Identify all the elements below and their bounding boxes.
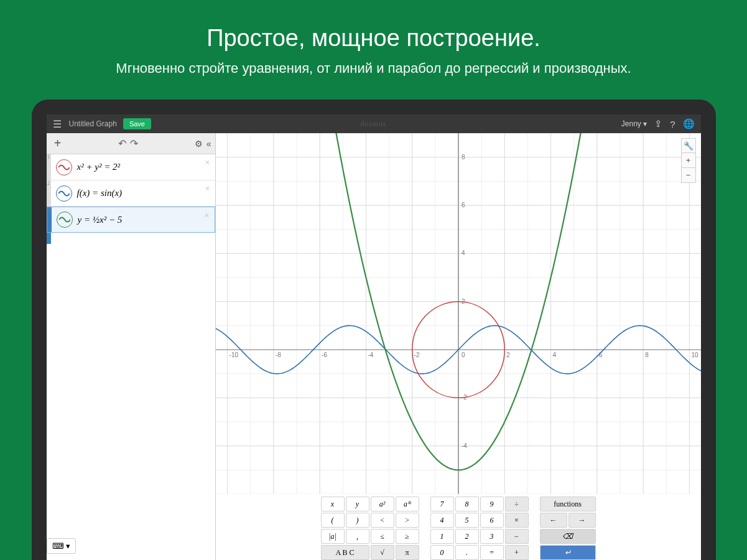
key-<[interactable]: < bbox=[371, 513, 394, 528]
key-←[interactable]: ← bbox=[540, 513, 567, 528]
key-A B C[interactable]: A B C bbox=[321, 545, 369, 560]
key-√[interactable]: √ bbox=[371, 545, 394, 560]
brand-label: desmos bbox=[361, 119, 387, 129]
expression-row[interactable]: 2f(x) = sin(x)× bbox=[47, 180, 215, 207]
key-2[interactable]: 2 bbox=[455, 529, 479, 544]
add-expression-button[interactable]: + bbox=[50, 136, 65, 151]
key-≥[interactable]: ≥ bbox=[396, 529, 419, 544]
svg-text:-4: -4 bbox=[368, 352, 373, 358]
svg-text:-4: -4 bbox=[462, 442, 467, 449]
next-expression-tab[interactable] bbox=[47, 233, 51, 244]
delete-expression-icon[interactable]: × bbox=[205, 184, 210, 194]
key-1[interactable]: 1 bbox=[430, 529, 454, 544]
key-→[interactable]: → bbox=[568, 513, 596, 528]
expression-color-icon[interactable] bbox=[56, 185, 72, 202]
promo-subtitle: Мгновенно стройте уравнения, от линий и … bbox=[0, 60, 747, 77]
key-9[interactable]: 9 bbox=[480, 497, 504, 511]
key-aᵇ[interactable]: aᵇ bbox=[396, 497, 419, 511]
svg-text:-8: -8 bbox=[275, 352, 281, 358]
key-a²[interactable]: a² bbox=[371, 497, 394, 511]
settings-icon[interactable]: ⚙ bbox=[195, 139, 203, 149]
menu-icon[interactable]: ☰ bbox=[53, 118, 62, 130]
expression-index: 3 bbox=[47, 207, 52, 232]
key-8[interactable]: 8 bbox=[455, 497, 479, 511]
collapse-icon[interactable]: « bbox=[206, 139, 211, 149]
key-y[interactable]: y bbox=[346, 497, 369, 511]
svg-text:-10: -10 bbox=[229, 352, 238, 358]
key-|a|[interactable]: |a| bbox=[321, 529, 345, 544]
key-.[interactable]: . bbox=[455, 545, 479, 560]
expression-text[interactable]: x² + y² = 2² bbox=[77, 162, 121, 172]
key-)[interactable]: ) bbox=[346, 513, 369, 528]
delete-expression-icon[interactable]: × bbox=[205, 211, 210, 221]
promo-title: Простое, мощное построение. bbox=[0, 25, 747, 52]
keypad: xya²aᵇ()<>|a|,≤≥A B C√π 789÷456×123−0.=+… bbox=[316, 493, 601, 560]
svg-text:4: 4 bbox=[462, 250, 465, 256]
svg-text:8: 8 bbox=[462, 154, 465, 161]
key-↵[interactable]: ↵ bbox=[540, 545, 596, 560]
key-4[interactable]: 4 bbox=[430, 513, 454, 528]
expression-text[interactable]: f(x) = sin(x) bbox=[77, 188, 123, 198]
key-,[interactable]: , bbox=[346, 529, 369, 544]
undo-button[interactable]: ↶ bbox=[118, 138, 126, 149]
key-÷[interactable]: ÷ bbox=[505, 497, 529, 511]
svg-text:-6: -6 bbox=[322, 352, 327, 358]
key-3[interactable]: 3 bbox=[480, 529, 504, 544]
redo-button[interactable]: ↷ bbox=[130, 138, 138, 149]
world-icon[interactable]: 🌐 bbox=[683, 118, 695, 129]
key-×[interactable]: × bbox=[505, 513, 529, 528]
svg-text:6: 6 bbox=[462, 202, 465, 208]
key-5[interactable]: 5 bbox=[455, 513, 479, 528]
expression-text[interactable]: y = ½x² − 5 bbox=[78, 215, 123, 225]
expression-color-icon[interactable] bbox=[57, 212, 73, 228]
save-button[interactable]: Save bbox=[123, 118, 151, 129]
key-=[interactable]: = bbox=[480, 545, 504, 560]
svg-text:2: 2 bbox=[506, 352, 510, 358]
key-⌫[interactable]: ⌫ bbox=[540, 529, 596, 544]
graph-area[interactable]: -10-8-6-4-2246810-4-224680 🔧 + − xya²aᵇ(… bbox=[216, 133, 701, 560]
key-functions[interactable]: functions bbox=[540, 497, 596, 511]
key-x[interactable]: x bbox=[321, 497, 345, 511]
user-menu[interactable]: Jenny ▾ bbox=[621, 119, 647, 128]
expression-row[interactable]: 1x² + y² = 2²× bbox=[47, 154, 215, 180]
delete-expression-icon[interactable]: × bbox=[205, 158, 210, 168]
key-π[interactable]: π bbox=[396, 545, 419, 560]
svg-text:10: 10 bbox=[691, 352, 698, 358]
svg-text:8: 8 bbox=[645, 352, 649, 358]
expression-index: 2 bbox=[47, 180, 51, 206]
expression-row[interactable]: 3y = ½x² − 5× bbox=[47, 207, 215, 233]
key-+[interactable]: + bbox=[505, 545, 529, 560]
key-6[interactable]: 6 bbox=[480, 513, 504, 528]
key-0[interactable]: 0 bbox=[430, 545, 454, 560]
graph-settings-button[interactable]: 🔧 bbox=[681, 138, 696, 153]
key->[interactable]: > bbox=[396, 513, 419, 528]
top-bar: ☰ Untitled Graph Save desmos Jenny ▾ ⇪ ?… bbox=[47, 114, 701, 133]
zoom-in-button[interactable]: + bbox=[681, 153, 696, 168]
expression-color-icon[interactable] bbox=[56, 159, 72, 175]
zoom-out-button[interactable]: − bbox=[681, 168, 696, 183]
graph-title[interactable]: Untitled Graph bbox=[69, 119, 117, 128]
svg-text:4: 4 bbox=[552, 352, 556, 358]
svg-text:-2: -2 bbox=[414, 352, 419, 358]
key-≤[interactable]: ≤ bbox=[371, 529, 394, 544]
key-−[interactable]: − bbox=[505, 529, 529, 544]
expression-index: 1 bbox=[47, 154, 51, 180]
svg-text:0: 0 bbox=[462, 352, 465, 358]
keyboard-toggle[interactable]: ⌨ ▾ bbox=[47, 538, 77, 554]
help-icon[interactable]: ? bbox=[670, 119, 675, 129]
expression-toolbar: + ↶ ↷ ⚙ « bbox=[47, 133, 215, 154]
key-([interactable]: ( bbox=[321, 513, 345, 528]
device-frame: ☰ Untitled Graph Save desmos Jenny ▾ ⇪ ?… bbox=[32, 100, 716, 560]
expression-panel: + ↶ ↷ ⚙ « 1x² + y² = 2²×2f(x) = sin(x)×3… bbox=[47, 133, 216, 560]
key-7[interactable]: 7 bbox=[430, 497, 454, 511]
share-icon[interactable]: ⇪ bbox=[654, 118, 662, 129]
